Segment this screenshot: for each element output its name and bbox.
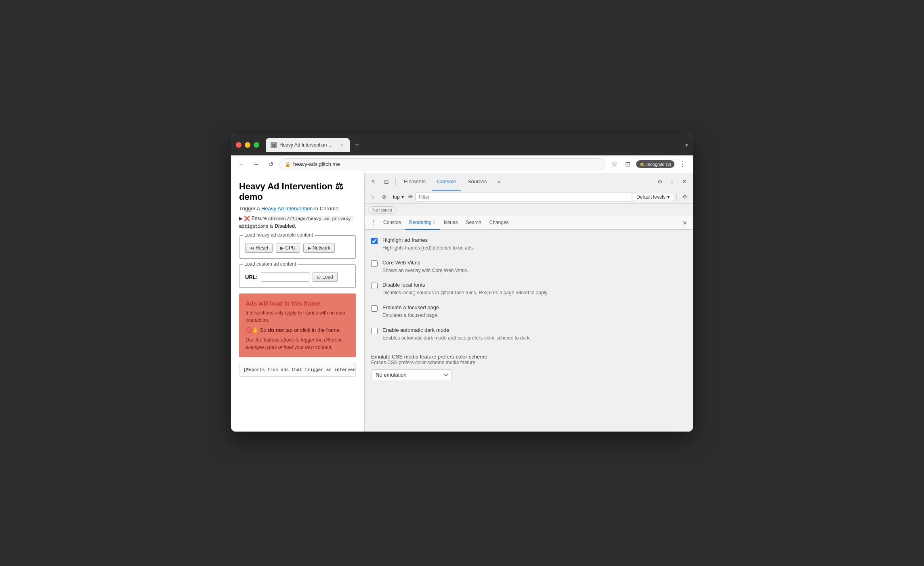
render-option-highlight-ad-frames: Highlight ad frames Highlights frames (r… — [365, 233, 693, 256]
more-tabs-button[interactable]: » — [494, 176, 505, 187]
minimize-window-button[interactable] — [245, 142, 250, 148]
console-settings-button[interactable]: ⚙ — [680, 192, 690, 202]
device-icon: ⊟ — [384, 178, 389, 185]
cpu-label: CPU — [285, 245, 295, 251]
rendering-options-list: Highlight ad frames Highlights frames (r… — [365, 230, 693, 432]
reload-button[interactable]: ↺ — [265, 159, 276, 170]
devtools-toolbar: ↖ ⊟ Elements Console Sources » — [365, 173, 693, 190]
back-button[interactable]: ← — [236, 159, 247, 170]
close-window-button[interactable] — [236, 142, 242, 148]
tab-sources[interactable]: Sources — [463, 174, 492, 191]
rendering-tab-changes[interactable]: Changes — [485, 216, 513, 230]
load-button[interactable]: ⊞ Load — [313, 272, 338, 282]
custom-url-input[interactable] — [261, 272, 309, 282]
emulate-css-title: Emulate CSS media feature prefers-color-… — [371, 354, 687, 360]
tab-bar: ⚖ Heavy Ad Intervention ⚖ dem... × + — [266, 138, 682, 152]
load-heavy-ad-section: Load heavy ad example content ⏮ Reset ▶ … — [239, 235, 356, 259]
page-content: Heavy Ad Intervention ⚖ demo Trigger a H… — [231, 173, 364, 432]
close-icon: ✕ — [682, 178, 687, 185]
page-note: ▶ ❌ Ensure chrome://flags/heavy-ad-priva… — [239, 215, 356, 230]
cpu-icon: ▶ — [280, 245, 284, 251]
tab-console[interactable]: Console — [432, 174, 461, 191]
console-sub-toolbar: ▷ ⊘ top ▾ 👁 Default levels ▾ — [365, 190, 693, 204]
play-icon: ▷ — [371, 194, 375, 200]
settings-icon: ⚙ — [657, 178, 663, 185]
toggle-devtools-button[interactable]: ⊡ — [622, 159, 634, 170]
network-label: Network — [313, 245, 330, 251]
rendering-tab-console[interactable]: Console — [379, 216, 405, 230]
load-label: Load — [322, 274, 333, 280]
tab-close-button[interactable]: × — [338, 142, 345, 148]
rendering-tabs-bar: ⋮ Console Rendering × Issues Search Chan… — [365, 216, 693, 230]
url-bar[interactable]: 🔒 heavy-ads.glitch.me — [279, 158, 605, 170]
url-text: heavy-ads.glitch.me — [293, 161, 340, 167]
emulate-focused-desc: Emulates a focused page. — [382, 312, 439, 319]
inspect-element-button[interactable]: ↖ — [368, 176, 379, 187]
rendering-tab-search[interactable]: Search — [462, 216, 485, 230]
rendering-tab-issues[interactable]: Issues — [440, 216, 462, 230]
incognito-icon: 🕵 — [639, 161, 645, 167]
rendering-tabs-more[interactable]: ⋮ — [368, 216, 379, 229]
rendering-tab-close[interactable]: × — [433, 220, 435, 225]
no-issues-label: No Issues — [372, 208, 392, 212]
auto-dark-mode-checkbox[interactable] — [371, 328, 378, 334]
console-output: [Reports from ads that trigger an interv… — [239, 363, 356, 377]
heavy-ad-link[interactable]: Heavy Ad Intervention — [261, 205, 313, 212]
rendering-panel-close[interactable]: ✕ — [680, 218, 690, 228]
context-arrow: ▾ — [401, 194, 404, 200]
console-filter-input[interactable] — [415, 193, 631, 201]
emulate-focused-label: Emulate a focused page — [382, 304, 439, 311]
browser-window: ⚖ Heavy Ad Intervention ⚖ dem... × + ▾ ←… — [231, 134, 693, 432]
rt-issues-label: Issues — [444, 220, 458, 225]
auto-dark-mode-text: Enable automatic dark mode Enables autom… — [382, 327, 531, 342]
execute-script-button[interactable]: ▷ — [368, 192, 378, 202]
inspect-icon: ↖ — [371, 178, 376, 185]
clear-console-button[interactable]: ⊘ — [379, 192, 389, 202]
bookmark-button[interactable]: ☆ — [609, 159, 620, 170]
load-heavy-legend: Load heavy ad example content — [243, 232, 315, 238]
core-web-vitals-text: Core Web Vitals Shows an overlay with Co… — [382, 260, 468, 274]
title-bar: ⚖ Heavy Ad Intervention ⚖ dem... × + ▾ — [231, 134, 693, 155]
network-icon: ▶ — [308, 245, 311, 251]
render-option-auto-dark-mode: Enable automatic dark mode Enables autom… — [365, 323, 693, 346]
devtools-more-button[interactable]: ⋮ — [666, 176, 678, 187]
disable-local-fonts-checkbox[interactable] — [371, 283, 378, 289]
context-selector[interactable]: top ▾ — [391, 193, 406, 201]
core-web-vitals-checkbox[interactable] — [371, 260, 378, 267]
maximize-window-button[interactable] — [254, 142, 259, 148]
load-icon: ⊞ — [317, 275, 321, 280]
console-toolbar-separator — [676, 193, 677, 201]
console-settings-icon: ⚙ — [682, 194, 687, 200]
highlight-ad-frames-desc: Highlights frames (red) detected to be a… — [382, 245, 474, 252]
reset-button[interactable]: ⏮ Reset — [245, 243, 273, 253]
eye-icon: 👁 — [408, 194, 414, 200]
devtools-close-button[interactable]: ✕ — [678, 176, 690, 187]
eye-icon-button[interactable]: 👁 — [408, 194, 414, 200]
device-toggle-button[interactable]: ⊟ — [381, 176, 392, 187]
auto-dark-mode-label: Enable automatic dark mode — [382, 327, 531, 334]
core-web-vitals-desc: Shows an overlay with Core Web Vitals. — [382, 267, 468, 274]
chrome-menu-button[interactable]: ⋮ — [677, 159, 688, 170]
elements-tab-label: Elements — [404, 178, 426, 184]
incognito-label: Incognito (2) — [647, 162, 671, 167]
emulate-focused-checkbox[interactable] — [371, 305, 378, 312]
no-issues-badge: No Issues — [368, 206, 397, 214]
window-controls[interactable]: ▾ — [685, 142, 688, 148]
network-button[interactable]: ▶ Network — [303, 243, 335, 253]
rendering-tab-rendering[interactable]: Rendering × — [405, 216, 440, 230]
rt-rendering-label: Rendering — [409, 220, 431, 225]
new-tab-button[interactable]: + — [351, 139, 363, 151]
url-label: URL: — [245, 274, 258, 280]
tab-elements[interactable]: Elements — [399, 174, 430, 191]
rt-changes-label: Changes — [489, 220, 509, 225]
active-tab[interactable]: ⚖ Heavy Ad Intervention ⚖ dem... × — [266, 138, 350, 152]
lock-icon: 🔒 — [285, 161, 291, 167]
devtools-right-icons: ⚙ ⋮ ✕ — [654, 176, 690, 187]
forward-button[interactable]: → — [250, 159, 262, 170]
incognito-badge: 🕵 Incognito (2) — [636, 160, 674, 168]
emulate-css-select[interactable]: No emulation prefers-color-scheme: light… — [371, 369, 452, 380]
log-levels-selector[interactable]: Default levels ▾ — [633, 193, 673, 201]
highlight-ad-frames-checkbox[interactable] — [371, 238, 378, 244]
devtools-settings-button[interactable]: ⚙ — [654, 176, 666, 187]
cpu-button[interactable]: ▶ CPU — [276, 243, 300, 253]
